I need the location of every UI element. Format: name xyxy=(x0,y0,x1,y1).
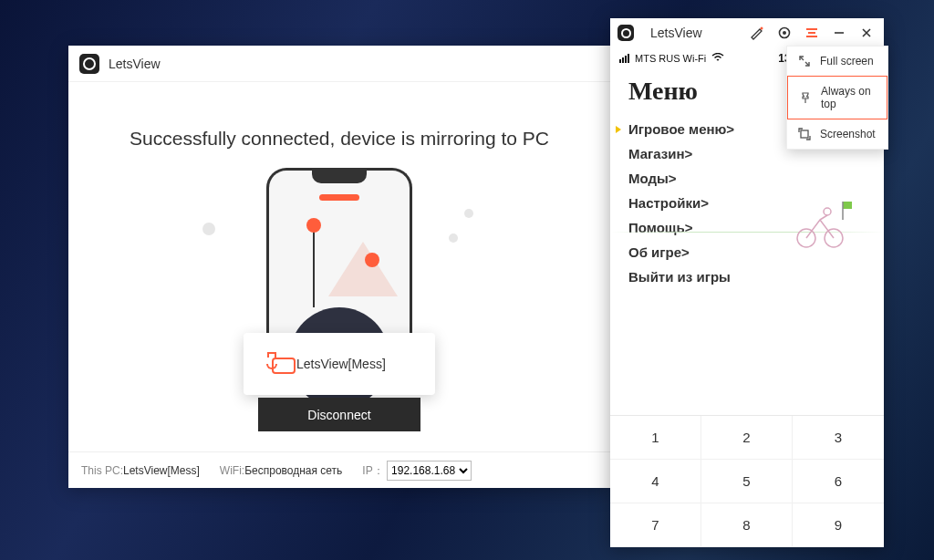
svg-point-5 xyxy=(824,208,831,215)
pc-info: This PC:LetsView[Mess] xyxy=(81,464,200,477)
connection-status: Successfully connected, device is mirror… xyxy=(68,128,610,150)
pc-value: LetsView[Mess] xyxy=(123,464,200,477)
minimize-icon[interactable] xyxy=(829,23,849,43)
pc-label: This PC: xyxy=(81,464,123,477)
close-icon[interactable] xyxy=(856,23,877,43)
numpad-key[interactable]: 2 xyxy=(701,416,793,460)
signal-icon xyxy=(619,54,629,63)
mirror-title: LetsView xyxy=(650,26,702,40)
decor-pill xyxy=(319,194,359,201)
letsview-logo-icon xyxy=(79,54,99,74)
dropdown-label: Full screen xyxy=(820,55,874,67)
dropdown-label: Screenshot xyxy=(820,128,876,140)
menu-item[interactable]: Моды> xyxy=(628,166,866,191)
wifi-label: WiFi: xyxy=(220,464,244,477)
carrier-text: MTS RUS Wi-Fi xyxy=(635,53,706,64)
wifi-value: Беспроводная сеть xyxy=(244,464,342,477)
wifi-info: WiFi:Беспроводная сеть xyxy=(220,464,343,477)
main-window: LetsView Successfully connected, device … xyxy=(68,46,610,488)
numpad-key[interactable]: 8 xyxy=(701,503,793,547)
window-menu-dropdown: Full screenAlways on topScreenshot xyxy=(786,46,888,150)
disconnect-button[interactable]: Disconnect xyxy=(258,398,420,431)
tv-icon xyxy=(260,354,284,374)
ip-info: IP： 192.168.1.68 xyxy=(362,461,472,481)
numpad-key[interactable]: 1 xyxy=(610,416,701,460)
numpad-key[interactable]: 4 xyxy=(610,460,701,503)
statusbar: This PC:LetsView[Mess] WiFi:Беспроводная… xyxy=(68,451,610,488)
svg-point-0 xyxy=(761,27,763,30)
dropdown-item-always-on-top[interactable]: Always on top xyxy=(787,76,887,119)
numpad-key[interactable]: 6 xyxy=(793,460,884,503)
screenshot-icon xyxy=(798,128,811,140)
dropdown-item-full-screen[interactable]: Full screen xyxy=(787,47,887,76)
ip-label: IP： xyxy=(362,464,383,477)
numpad: 123456789 xyxy=(610,415,884,547)
numpad-key[interactable]: 5 xyxy=(701,460,793,503)
svg-point-2 xyxy=(783,31,786,35)
svg-rect-9 xyxy=(801,130,808,138)
wifi-icon xyxy=(711,52,724,65)
letsview-logo-icon xyxy=(617,25,634,41)
draw-icon[interactable] xyxy=(747,23,767,43)
device-name: LetsView[Mess] xyxy=(296,357,386,371)
record-icon[interactable] xyxy=(774,23,794,43)
decor-dot xyxy=(202,223,215,235)
decor-mountain xyxy=(328,242,398,296)
menu-item[interactable]: Выйти из игры xyxy=(628,264,866,289)
decor-dot xyxy=(449,233,458,243)
menu-icon[interactable] xyxy=(802,23,822,43)
decor-dot xyxy=(464,209,473,218)
svg-rect-6 xyxy=(843,202,852,209)
decor-flower xyxy=(365,253,379,267)
numpad-key[interactable]: 7 xyxy=(610,503,701,547)
bike-illustration xyxy=(793,197,856,252)
mirror-titlebar[interactable]: LetsView xyxy=(610,18,884,47)
pin-icon xyxy=(799,91,812,104)
phone-notch xyxy=(312,171,367,183)
decor-flower xyxy=(306,218,321,233)
fullscreen-icon xyxy=(798,55,811,67)
ip-select[interactable]: 192.168.1.68 xyxy=(387,461,472,481)
dropdown-label: Always on top xyxy=(821,85,876,110)
main-titlebar[interactable]: LetsView xyxy=(68,46,610,82)
main-title: LetsView xyxy=(109,57,161,71)
numpad-key[interactable]: 3 xyxy=(793,416,884,460)
decor-stem xyxy=(313,225,315,307)
main-body: Successfully connected, device is mirror… xyxy=(68,82,610,451)
device-card[interactable]: LetsView[Mess] xyxy=(244,333,435,395)
dropdown-item-screenshot[interactable]: Screenshot xyxy=(787,119,887,149)
numpad-key[interactable]: 9 xyxy=(793,503,884,547)
